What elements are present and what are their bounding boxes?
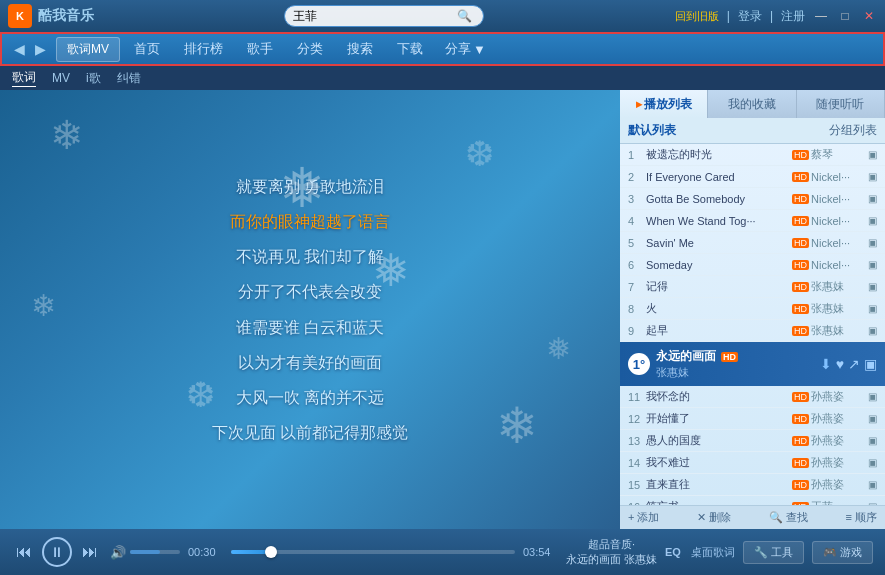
subnav-correct[interactable]: 纠错 [117,70,141,87]
register-link[interactable]: 注册 [781,8,805,25]
nav-download[interactable]: 下载 [385,36,435,62]
item-num: 2 [628,171,646,183]
item-artist: Nickel··· [811,215,866,227]
song-quality: 超品音质· [566,537,657,552]
item-num: 6 [628,259,646,271]
delete-button[interactable]: ✕ 删除 [697,510,731,525]
playlist-item-4[interactable]: 5 Savin' Me HD Nickel··· ▣ [620,232,885,254]
nav-bar: ◀ ▶ 歌词MV 首页 排行榜 歌手 分类 搜索 下载 分享 ▼ [0,32,885,66]
snowflake-0: ❄ [50,112,84,158]
item-hd-badge: HD [792,326,809,336]
playlist-item-8[interactable]: 9 起早 HD 张惠妹 ▣ [620,320,885,342]
snowflake-7: ❅ [546,331,571,366]
login-link[interactable]: 登录 [738,8,762,25]
lyric-line-3: 分开了不代表会改变 [212,274,408,309]
playing-num-badge: 1° [628,353,650,375]
nav-share[interactable]: 分享 ▼ [435,36,496,62]
next-button[interactable]: ⏭ [78,540,102,564]
playlist-after-item-5[interactable]: 16 笑忘书 HD 王菲 ▣ [620,496,885,505]
item-hd-badge: HD [792,436,809,446]
item-icon: ▣ [868,171,877,182]
tool-area: 🔧 工具 🎮 游戏 [743,541,873,564]
item-artist: 张惠妹 [811,323,866,338]
progress-bar[interactable] [231,550,515,554]
nav-search[interactable]: 搜索 [335,36,385,62]
item-num: 15 [628,479,646,491]
progress-area [231,550,515,554]
playlist-after-item-3[interactable]: 14 我不难过 HD 孙燕姿 ▣ [620,452,885,474]
volume-icon[interactable]: 🔊 [110,545,126,560]
item-hd-badge: HD [792,260,809,270]
snowflake-6: ❄ [496,397,538,455]
item-num: 5 [628,237,646,249]
nav-category[interactable]: 分类 [285,36,335,62]
playlist-after-item-4[interactable]: 15 直来直往 HD 孙燕姿 ▣ [620,474,885,496]
close-button[interactable]: ✕ [861,8,877,24]
nav-chart[interactable]: 排行榜 [172,36,235,62]
playlist-item-6[interactable]: 7 记得 HD 张惠妹 ▣ [620,276,885,298]
lyric-line-1: 而你的眼神超越了语言 [212,204,408,239]
eq-button[interactable]: EQ [665,546,681,558]
tab-random[interactable]: 随便听听 [797,90,885,118]
playlist-after-item-1[interactable]: 12 开始懂了 HD 孙燕姿 ▣ [620,408,885,430]
forward-arrow[interactable]: ▶ [31,39,50,59]
item-artist: 张惠妹 [811,301,866,316]
item-title: 起早 [646,323,790,338]
lyrics-container: 就要离别 勇敢地流泪而你的眼神超越了语言不说再见 我们却了解分开了不代表会改变谁… [212,169,408,451]
snowflake-3: ❄ [31,288,56,323]
desktop-lyrics-button[interactable]: 桌面歌词 [691,545,735,560]
add-button[interactable]: + 添加 [628,510,659,525]
tab-favorites[interactable]: 我的收藏 [708,90,796,118]
download-icon[interactable]: ⬇ [820,356,832,372]
subnav-lyrics[interactable]: 歌词 [12,69,36,87]
back-arrow[interactable]: ◀ [10,39,29,59]
playlist-item-0[interactable]: 1 被遗忘的时光 HD 蔡琴 ▣ [620,144,885,166]
item-artist: 孙燕姿 [811,455,866,470]
game-button[interactable]: 🎮 游戏 [812,541,873,564]
item-artist: 孙燕姿 [811,411,866,426]
share-song-icon[interactable]: ↗ [848,356,860,372]
item-num: 1 [628,149,646,161]
tool-button[interactable]: 🔧 工具 [743,541,804,564]
prev-button[interactable]: ⏮ [12,540,36,564]
subnav-mv[interactable]: MV [52,71,70,85]
nav-home[interactable]: 首页 [122,36,172,62]
item-title: 火 [646,301,790,316]
lyric-line-4: 谁需要谁 白云和蓝天 [212,310,408,345]
item-title: 记得 [646,279,790,294]
playlist-item-7[interactable]: 8 火 HD 张惠妹 ▣ [620,298,885,320]
main-content: ❄❅❆❄❅❆❄❅ 就要离别 勇敢地流泪而你的眼神超越了语言不说再见 我们却了解分… [0,90,885,529]
minimize-button[interactable]: — [813,8,829,24]
subnav-isong[interactable]: i歌 [86,70,101,87]
more-icon[interactable]: ▣ [864,356,877,372]
playlist-item-2[interactable]: 3 Gotta Be Somebody HD Nickel··· ▣ [620,188,885,210]
playlist-body[interactable]: 1 被遗忘的时光 HD 蔡琴 ▣2 If Everyone Cared HD N… [620,144,885,505]
playlist-after-item-2[interactable]: 13 愚人的国度 HD 孙燕姿 ▣ [620,430,885,452]
search-input[interactable] [293,9,453,23]
item-artist: Nickel··· [811,171,866,183]
volume-bar[interactable] [130,550,180,554]
playing-item[interactable]: 1° 永远的画面 HD 张惠妹 ⬇ ♥ ↗ ▣ [620,342,885,386]
lyrics-area: ❄❅❆❄❅❆❄❅ 就要离别 勇敢地流泪而你的眼神超越了语言不说再见 我们却了解分… [0,90,620,529]
playlist-after-item-0[interactable]: 11 我怀念的 HD 孙燕姿 ▣ [620,386,885,408]
item-hd-badge: HD [792,304,809,314]
lyric-line-5: 以为才有美好的画面 [212,345,408,380]
item-title: Savin' Me [646,237,790,249]
item-hd-badge: HD [792,172,809,182]
heart-icon[interactable]: ♥ [836,356,844,372]
maximize-button[interactable]: □ [837,8,853,24]
item-num: 8 [628,303,646,315]
lyric-mv-button[interactable]: 歌词MV [56,37,120,62]
playlist-item-1[interactable]: 2 If Everyone Cared HD Nickel··· ▣ [620,166,885,188]
nav-singer[interactable]: 歌手 [235,36,285,62]
play-pause-button[interactable]: ⏸ [42,537,72,567]
sort-button[interactable]: ≡ 顺序 [845,510,876,525]
tab-playlist[interactable]: 播放列表 [620,90,708,118]
version-button[interactable]: 回到旧版 [675,9,719,24]
search-icon[interactable]: 🔍 [457,9,472,23]
playlist-item-3[interactable]: 4 When We Stand Tog··· HD Nickel··· ▣ [620,210,885,232]
playlist-group-label[interactable]: 分组列表 [829,122,877,139]
search-button[interactable]: 🔍 查找 [769,510,808,525]
bottom-toolbar: ⏮ ⏸ ⏭ 🔊 00:30 03:54 超品音质· 永远的画面 张惠妹 EQ 桌… [0,529,885,575]
playlist-item-5[interactable]: 6 Someday HD Nickel··· ▣ [620,254,885,276]
